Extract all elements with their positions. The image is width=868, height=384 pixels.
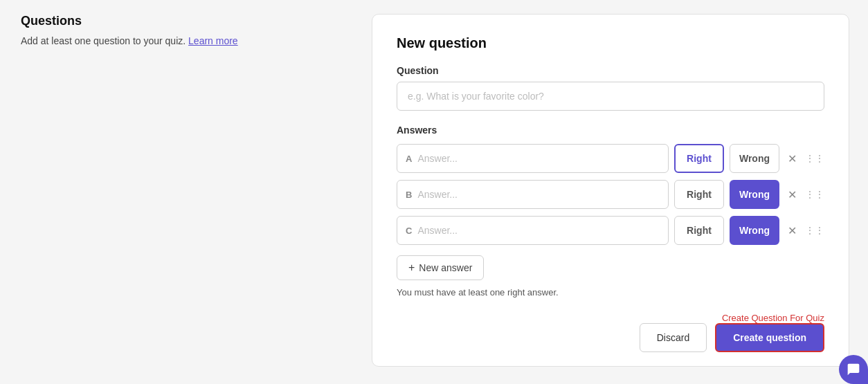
- drag-handle-c[interactable]: ⋮⋮: [805, 225, 824, 236]
- answer-letter-b: B: [406, 190, 412, 200]
- answers-label: Answers: [397, 125, 824, 136]
- learn-more-link[interactable]: Learn more: [188, 35, 238, 46]
- left-panel: Questions Add at least one question to y…: [0, 0, 360, 384]
- delete-button-c[interactable]: ✕: [785, 221, 799, 240]
- wrong-button-c[interactable]: Wrong: [730, 216, 779, 245]
- new-question-card: New question Question Answers A Right Wr…: [372, 14, 849, 367]
- right-button-b[interactable]: Right: [674, 180, 724, 209]
- answer-row-c: C Right Wrong ✕ ⋮⋮: [397, 216, 824, 245]
- answer-letter-c: C: [406, 226, 412, 236]
- wrong-button-b[interactable]: Wrong: [730, 180, 779, 209]
- wrong-button-a[interactable]: Wrong: [730, 144, 779, 173]
- answer-input-a[interactable]: [417, 153, 660, 164]
- page-heading: Questions: [21, 14, 339, 28]
- card-footer: Discard Create question: [640, 323, 824, 352]
- answers-section: Answers A Right Wrong ✕ ⋮⋮ B Right Wr: [397, 125, 824, 245]
- answer-input-wrapper-a: A: [397, 144, 669, 173]
- answer-input-c[interactable]: [417, 225, 660, 236]
- answer-row-b: B Right Wrong ✕ ⋮⋮: [397, 180, 824, 209]
- answer-input-wrapper-b: B: [397, 180, 669, 209]
- right-panel: New question Question Answers A Right Wr…: [360, 0, 868, 384]
- answer-input-wrapper-c: C: [397, 216, 669, 245]
- delete-button-a[interactable]: ✕: [785, 149, 799, 168]
- chat-bubble-icon[interactable]: [839, 355, 868, 384]
- create-quiz-hint: Create Question For Quiz: [722, 313, 824, 323]
- delete-button-b[interactable]: ✕: [785, 185, 799, 204]
- new-answer-button[interactable]: + New answer: [397, 255, 484, 280]
- question-input[interactable]: [397, 82, 824, 111]
- discard-button[interactable]: Discard: [640, 323, 707, 352]
- drag-handle-b[interactable]: ⋮⋮: [805, 189, 824, 200]
- drag-handle-a[interactable]: ⋮⋮: [805, 153, 824, 164]
- description-text: Add at least one question to your quiz. …: [21, 34, 339, 48]
- answer-letter-a: A: [406, 154, 412, 164]
- validation-message: You must have at least one right answer.: [397, 287, 824, 298]
- right-button-c[interactable]: Right: [674, 216, 724, 245]
- right-button-a[interactable]: Right: [674, 144, 724, 173]
- answer-row-a: A Right Wrong ✕ ⋮⋮: [397, 144, 824, 173]
- plus-icon: +: [408, 262, 415, 274]
- create-question-button[interactable]: Create question: [715, 323, 824, 352]
- question-label: Question: [397, 65, 824, 76]
- answer-input-b[interactable]: [417, 189, 660, 200]
- card-title: New question: [397, 35, 824, 51]
